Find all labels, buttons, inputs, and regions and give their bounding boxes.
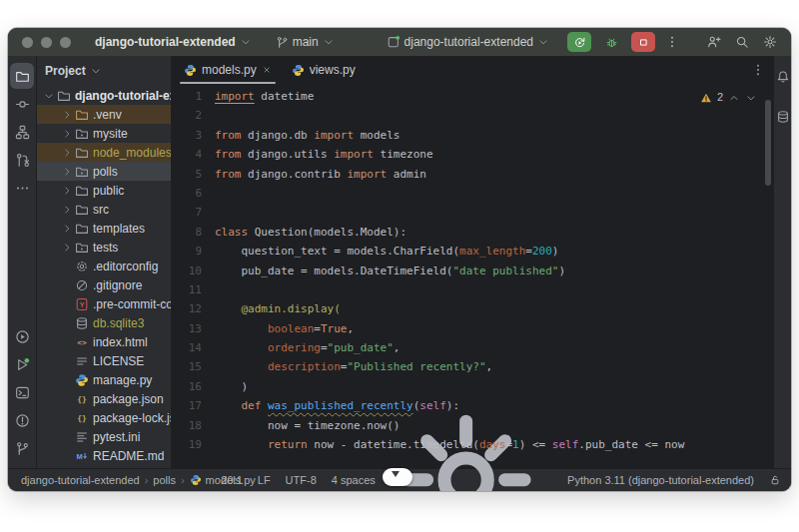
tab-models.py[interactable]: models.py <box>174 56 282 84</box>
settings-button[interactable] <box>759 32 781 52</box>
tool-strip-structure-button[interactable] <box>10 119 34 145</box>
breadcrumb-django-tutorial-extended[interactable]: django-tutorial-extended <box>21 474 140 486</box>
branch-widget[interactable]: main <box>272 33 339 51</box>
tree-item-LICENSE[interactable]: LICENSE <box>37 351 171 370</box>
line-number[interactable]: 13 <box>172 319 215 338</box>
tree-item-.editorconfig[interactable]: .editorconfig <box>37 257 171 275</box>
line-number[interactable]: 9 <box>172 242 215 261</box>
run-config-selector[interactable]: django-tutorial-extended <box>383 33 553 51</box>
code-line-10[interactable]: 10 pub_date = models.DateTimeField("date… <box>172 262 773 280</box>
code-line-13[interactable]: 13 boolean=True, <box>172 319 773 338</box>
code-line-5[interactable]: 5from django.contrib import admin <box>172 165 773 184</box>
tab-options-button[interactable] <box>743 56 773 84</box>
window-zoom-button[interactable] <box>60 37 71 48</box>
code-line-16[interactable]: 16 ) <box>172 377 773 396</box>
tool-strip-services-button[interactable] <box>10 351 34 377</box>
tree-item-django-tutorial-extended[interactable]: django-tutorial-extended <box>37 86 171 105</box>
line-number[interactable]: 11 <box>172 280 215 299</box>
code-line-14[interactable]: 14 ordering="pub_date", <box>172 338 773 357</box>
inspections-widget[interactable]: 2 <box>700 88 757 107</box>
lock-toggle[interactable] <box>769 474 781 486</box>
code-line-6[interactable]: 6 <box>172 184 773 203</box>
tool-strip-version-control-button[interactable] <box>10 435 34 461</box>
project-widget[interactable]: django-tutorial-extended <box>91 33 256 51</box>
tree-item-src[interactable]: src <box>37 200 171 219</box>
line-number[interactable]: 14 <box>172 338 215 357</box>
code-line-9[interactable]: 9 question_text = models.CharField(max_l… <box>172 242 773 261</box>
line-number[interactable]: 3 <box>172 126 215 145</box>
breadcrumb-polls[interactable]: polls <box>153 474 176 486</box>
tool-strip-commit-button[interactable] <box>10 91 34 117</box>
debug-button[interactable] <box>599 32 623 52</box>
more-button[interactable] <box>661 32 683 52</box>
status-line-separator[interactable]: LF <box>258 474 271 486</box>
tool-strip-more-button[interactable] <box>10 175 34 201</box>
code-line-15[interactable]: 15 description="Published recently?", <box>172 357 773 376</box>
tree-item-README.md[interactable]: MREADME.md <box>37 446 171 465</box>
window-minimize-button[interactable] <box>41 37 52 48</box>
line-number[interactable]: 15 <box>172 357 215 376</box>
status-caret-position[interactable]: 20:1 <box>221 474 242 486</box>
line-number[interactable]: 8 <box>172 223 215 242</box>
code-line-3[interactable]: 3from django.db import models <box>172 126 773 145</box>
search-button[interactable] <box>731 32 753 52</box>
tree-item-mysite[interactable]: mysite <box>37 124 171 143</box>
code-line-17[interactable]: 17 def was_published_recently(self): <box>172 396 773 415</box>
window-close-button[interactable] <box>22 37 33 48</box>
code-line-2[interactable]: 2 <box>172 106 773 125</box>
line-number[interactable]: 12 <box>172 299 215 318</box>
line-number[interactable]: 7 <box>172 203 215 222</box>
line-number[interactable]: 6 <box>172 184 215 203</box>
tab-views.py[interactable]: views.py <box>282 56 366 84</box>
tree-item-public[interactable]: public <box>37 181 171 200</box>
tree-item-manage.py[interactable]: manage.py <box>37 370 171 389</box>
tree-item-.gitignore[interactable]: .gitignore <box>37 275 171 294</box>
line-number[interactable]: 16 <box>172 377 215 396</box>
add-user-button[interactable] <box>703 32 725 52</box>
line-number[interactable]: 5 <box>172 165 215 184</box>
line-number[interactable]: 1 <box>172 87 215 106</box>
line-number[interactable]: 18 <box>172 416 215 435</box>
tree-item-templates[interactable]: templates <box>37 219 171 238</box>
stop-button[interactable] <box>631 32 655 52</box>
tree-item-.venv[interactable]: .venv <box>37 105 171 124</box>
line-number[interactable]: 19 <box>172 435 215 454</box>
code-line-4[interactable]: 4from django.utils import timezone <box>172 145 773 164</box>
project-panel-header[interactable]: Project <box>37 56 171 86</box>
tree-item-package.json[interactable]: {}package.json <box>37 389 171 408</box>
line-number[interactable]: 4 <box>172 145 215 164</box>
tree-item-pytest.ini[interactable]: pytest.ini <box>37 427 171 446</box>
tool-strip-database-button[interactable] <box>771 104 792 130</box>
prev-warning-button[interactable] <box>728 92 740 104</box>
tree-item-index.html[interactable]: <>index.html <box>37 332 171 351</box>
tool-strip-project-button[interactable] <box>10 63 34 89</box>
code-line-12[interactable]: 12 @admin.display( <box>172 299 773 318</box>
code-line-19[interactable]: 19 return now - datetime.timedelta(days=… <box>172 435 773 454</box>
tool-strip-notifications-button[interactable] <box>771 64 792 90</box>
code-line-8[interactable]: 8class Question(models.Model): <box>172 223 773 242</box>
tree-item-polls[interactable]: polls <box>37 162 171 181</box>
close-tab-icon[interactable] <box>262 65 272 75</box>
code-line-7[interactable]: 7 <box>172 203 773 222</box>
tree-item-.pre-commit-config.yaml[interactable]: Y.pre-commit-config.yaml <box>37 294 171 313</box>
line-number[interactable]: 2 <box>172 106 215 125</box>
rerun-button[interactable] <box>567 32 591 52</box>
tree-item-db.sqlite3[interactable]: db.sqlite3 <box>37 313 171 332</box>
line-number[interactable]: 17 <box>172 396 215 415</box>
next-warning-button[interactable] <box>745 92 757 104</box>
tool-strip-terminal-button[interactable] <box>10 379 34 405</box>
tree-item-tests[interactable]: tests <box>37 238 171 257</box>
tool-strip-problems-button[interactable] <box>10 407 34 433</box>
code-line-18[interactable]: 18 now = timezone.now() <box>172 416 773 435</box>
line-number[interactable]: 10 <box>172 262 215 280</box>
code-line-11[interactable]: 11 <box>172 280 773 299</box>
tree-item-package-lock.json[interactable]: {}package-lock.json <box>37 408 171 427</box>
editor-scrollbar[interactable] <box>765 100 771 186</box>
tool-strip-pull-requests-button[interactable] <box>10 147 34 173</box>
status-interpreter[interactable]: Python 3.11 (django-tutorial-extended) <box>567 474 754 486</box>
code-line-1[interactable]: 1import datetime <box>172 87 773 106</box>
code-editor[interactable]: 2 1import datetime23from django.db impor… <box>172 84 773 468</box>
status-encoding[interactable]: UTF-8 <box>286 474 317 486</box>
tool-strip-run-button[interactable] <box>10 323 34 349</box>
tree-item-node_modules[interactable]: node_moduleslibrary root <box>37 143 171 162</box>
